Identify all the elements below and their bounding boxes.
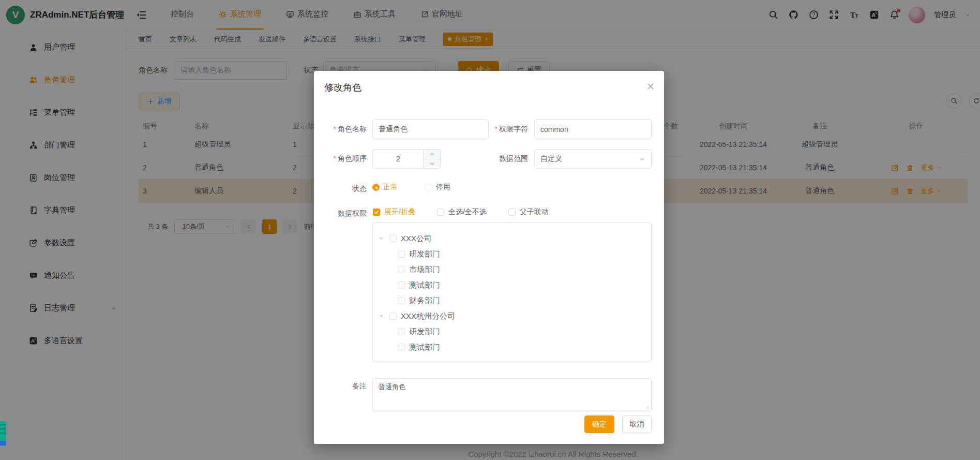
department-tree: XXX公司研发部门市场部门测试部门财务部门XXX杭州分公司研发部门测试部门 (372, 222, 652, 362)
checkbox-icon (373, 209, 380, 216)
checkbox-icon[interactable] (398, 281, 405, 289)
data-scope-select[interactable]: 自定义 (534, 149, 652, 169)
tree-node-label: 市场部门 (409, 265, 440, 275)
role-order-value: 2 (373, 155, 424, 163)
radio-circle (425, 184, 432, 191)
role-name-value: 普通角色 (379, 125, 408, 134)
tree-node[interactable]: 市场部门 (373, 262, 651, 277)
status-radio-1[interactable]: 停用 (425, 183, 450, 192)
tree-node-label: XXX公司 (401, 234, 432, 244)
status-radio-group: 正常停用 (372, 183, 450, 192)
checkbox-icon[interactable] (398, 297, 405, 304)
data-perm-field-label: 数据权限 (318, 209, 367, 218)
tree-node[interactable]: 测试部门 (373, 277, 651, 293)
tree-node[interactable]: 研发部门 (373, 246, 651, 262)
role-name-input[interactable]: 普通角色 (372, 120, 489, 139)
decrease-button[interactable] (424, 159, 440, 169)
role-key-value: common (540, 125, 568, 133)
close-icon[interactable] (646, 82, 655, 91)
checkbox-icon[interactable] (398, 344, 405, 351)
resize-handle[interactable] (644, 404, 650, 410)
checkbox-icon (437, 209, 444, 216)
tree-node[interactable]: 研发部门 (373, 324, 651, 339)
status-field-label: 状态 (318, 184, 367, 194)
tree-node-label: 研发部门 (409, 327, 440, 337)
browser-extension-widget[interactable] (0, 421, 6, 446)
remark-field-label: 备注 (318, 382, 367, 391)
tree-node[interactable]: 测试部门 (373, 339, 651, 355)
role-key-field-label: *权限字符 (479, 125, 528, 134)
checkbox-icon[interactable] (398, 266, 405, 273)
checkbox-icon[interactable] (389, 235, 397, 242)
tree-node[interactable]: 财务部门 (373, 293, 651, 308)
checkbox-icon (508, 209, 516, 216)
perm-checkbox-2[interactable]: 父子联动 (508, 207, 549, 217)
cancel-button[interactable]: 取消 (622, 416, 652, 433)
checkbox-label: 展开/折叠 (384, 207, 415, 217)
data-scope-field-label: 数据范围 (479, 154, 528, 164)
tree-node-label: 测试部门 (409, 343, 440, 352)
tree-node-label: XXX杭州分公司 (401, 311, 455, 321)
chevron-down-icon (639, 156, 645, 162)
tree-node-label: 财务部门 (409, 296, 440, 306)
role-order-field-label: *角色顺序 (318, 154, 367, 164)
checkbox-icon[interactable] (398, 328, 405, 335)
remark-value: 普通角色 (379, 383, 405, 391)
radio-label: 停用 (436, 183, 450, 192)
confirm-button[interactable]: 确定 (584, 416, 614, 433)
perm-checkbox-0[interactable]: 展开/折叠 (373, 207, 415, 217)
tree-node[interactable]: XXX杭州分公司 (373, 308, 651, 324)
role-name-field-label: *角色名称 (318, 125, 367, 134)
remark-textarea[interactable]: 普通角色 (372, 378, 652, 411)
checkbox-icon[interactable] (389, 313, 397, 320)
required-mark: * (495, 125, 497, 133)
app-screen: V ZRAdmin.NET后台管理 控制台系统管理系统监控系统工具官网地址 ?T… (0, 0, 980, 460)
edit-role-dialog: 修改角色 *角色名称 普通角色 *权限字符 common *角色顺序 2 数据范… (314, 71, 664, 444)
data-perm-options: 展开/折叠全选/全不选父子联动 (373, 207, 549, 217)
tree-node-label: 研发部门 (409, 249, 440, 259)
role-key-input[interactable]: common (534, 120, 652, 139)
tree-node[interactable]: XXX公司 (373, 231, 651, 246)
caret-down-icon[interactable] (377, 313, 385, 320)
perm-checkbox-1[interactable]: 全选/全不选 (437, 207, 487, 217)
checkbox-label: 全选/全不选 (448, 207, 487, 217)
dialog-title: 修改角色 (324, 81, 361, 94)
increase-button[interactable] (424, 150, 440, 159)
required-mark: * (334, 125, 336, 133)
radio-circle (372, 184, 380, 191)
role-order-number-input[interactable]: 2 (372, 149, 441, 169)
tree-node-label: 测试部门 (409, 280, 440, 290)
checkbox-icon[interactable] (398, 250, 405, 258)
radio-label: 正常 (383, 183, 398, 192)
required-mark: * (334, 154, 336, 162)
checkbox-label: 父子联动 (520, 207, 549, 217)
number-stepper (424, 150, 440, 168)
caret-down-icon[interactable] (377, 235, 385, 242)
data-scope-value: 自定义 (540, 154, 562, 164)
status-radio-0[interactable]: 正常 (372, 183, 398, 192)
